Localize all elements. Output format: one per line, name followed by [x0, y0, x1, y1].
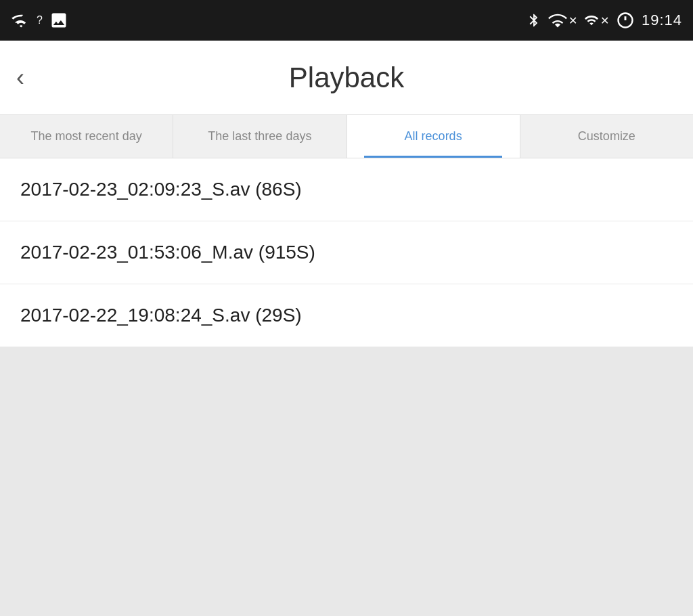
- status-time: 19:14: [642, 12, 682, 29]
- wifi-x-icon: [548, 11, 567, 30]
- bluetooth-icon: [527, 11, 541, 30]
- app-header: ‹ Playback: [0, 41, 693, 115]
- wifi-question-icon: [11, 11, 30, 30]
- record-item-2[interactable]: 2017-02-23_01:53:06_M.av (915S): [0, 221, 693, 284]
- record-item-3[interactable]: 2017-02-22_19:08:24_S.av (29S): [0, 284, 693, 347]
- status-bar-right: ✕ ✕ 19:14: [527, 11, 682, 30]
- wifi-x-mark: ✕: [568, 14, 577, 27]
- tab-customize[interactable]: Customize: [520, 115, 693, 158]
- tab-most-recent[interactable]: The most recent day: [0, 115, 173, 158]
- tab-last-three[interactable]: The last three days: [173, 115, 346, 158]
- question-mark: ?: [37, 14, 43, 26]
- back-button[interactable]: ‹: [16, 66, 24, 90]
- records-list: 2017-02-23_02:09:23_S.av (86S) 2017-02-2…: [0, 158, 693, 347]
- signal-x-mark: ✕: [600, 14, 609, 27]
- tab-all-records[interactable]: All records: [347, 115, 520, 158]
- page-title: Playback: [289, 62, 404, 94]
- battery-icon: [616, 11, 635, 30]
- status-bar: ? ✕ ✕ 19:14: [0, 0, 693, 41]
- record-item-1[interactable]: 2017-02-23_02:09:23_S.av (86S): [0, 158, 693, 221]
- tabs-container: The most recent day The last three days …: [0, 115, 693, 158]
- image-icon: [49, 11, 68, 30]
- signal-icon: [584, 11, 599, 30]
- status-bar-left: ?: [11, 11, 68, 30]
